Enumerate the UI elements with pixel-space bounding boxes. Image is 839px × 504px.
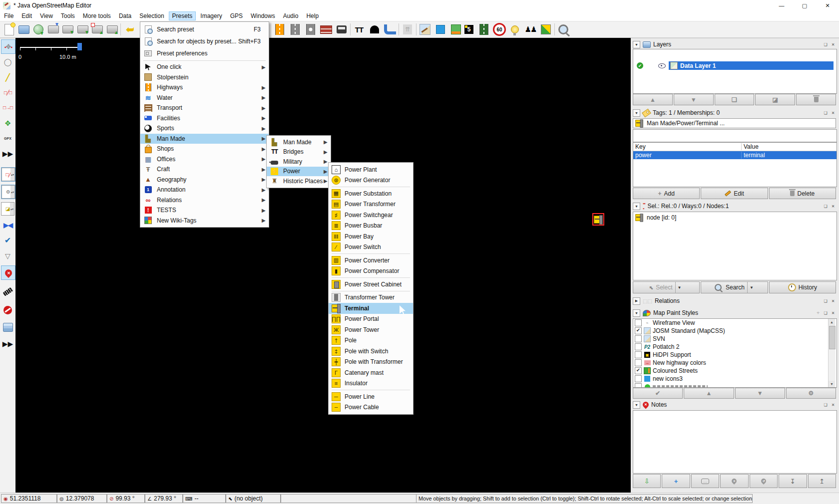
add-tag-button[interactable]: +Add bbox=[633, 188, 700, 199]
submenu-item-historic-places[interactable]: ♜Historic Places▶ bbox=[267, 176, 331, 186]
maximize-button[interactable]: ▢ bbox=[793, 0, 816, 11]
preset-road-button[interactable] bbox=[288, 23, 302, 36]
tags-preset-row[interactable]: Man Made/Power/Terminal ... bbox=[633, 118, 836, 128]
submenu-item-power-portal[interactable]: ∏∏Power Portal▶ bbox=[329, 314, 413, 325]
badge5-style-button[interactable]: 5 bbox=[462, 23, 476, 36]
relations-close-icon[interactable]: ✕ bbox=[830, 298, 836, 304]
mappaint-preference-button[interactable] bbox=[418, 23, 432, 36]
note-tool-button[interactable]: ✕ bbox=[1, 265, 15, 280]
merge-tool-button[interactable]: ▶◀ bbox=[1, 218, 14, 232]
menu-edit[interactable]: Edit bbox=[18, 11, 35, 20]
draw-node-tool-button[interactable]: ╱ bbox=[1, 70, 14, 84]
submenu-item-power-cable[interactable]: ┄Power Cable▶ bbox=[329, 402, 413, 413]
menu-more-tools[interactable]: More tools bbox=[79, 11, 114, 20]
menu-item-new-wiki-tags[interactable]: New Wiki-Tags▶ bbox=[140, 216, 269, 226]
preset-bus-button[interactable] bbox=[335, 23, 349, 36]
mappaint-list[interactable]: ⌁Wireframe View JOSM Standard (MapCSS) S… bbox=[633, 318, 837, 388]
upload-button[interactable] bbox=[105, 23, 119, 36]
tags-close-icon[interactable]: ✕ bbox=[830, 110, 836, 116]
lane-connectivity-button[interactable]: ⇈ bbox=[401, 23, 415, 36]
menu-item-offices[interactable]: ▦Offices▶ bbox=[140, 154, 269, 165]
more-tools-expander-2[interactable]: ▶▶ bbox=[1, 337, 14, 350]
minimize-button[interactable]: — bbox=[770, 0, 793, 11]
checkbox[interactable] bbox=[635, 335, 642, 342]
style-row-new-icons3[interactable]: new icons3 bbox=[633, 375, 837, 383]
submenu-item-power-line[interactable]: ─Power Line▶ bbox=[329, 391, 413, 402]
menu-presets[interactable]: Presets bbox=[169, 11, 196, 20]
restriction-tool-button[interactable] bbox=[1, 303, 14, 317]
download-osm-button[interactable] bbox=[31, 23, 45, 36]
selected-layer[interactable]: Data Layer 1 bbox=[669, 61, 834, 70]
preset-tunnel-button[interactable] bbox=[368, 23, 382, 36]
notes-close-icon[interactable]: ✕ bbox=[830, 402, 836, 408]
selection-dock-icon[interactable]: ❏ bbox=[823, 203, 829, 209]
menu-item-man-made[interactable]: ▙Man Made▶ bbox=[140, 134, 269, 144]
mappaint-close-icon[interactable]: ✕ bbox=[830, 310, 836, 316]
menu-audio[interactable]: Audio bbox=[280, 11, 302, 20]
close-button[interactable]: ✕ bbox=[816, 0, 839, 11]
menu-item-search-objects[interactable]: Search for objects by preset... Shift+F3 bbox=[140, 35, 269, 47]
submenu-item-pole[interactable]: †Pole▶ bbox=[329, 335, 413, 346]
menu-item-search-preset[interactable]: Search preset F3 bbox=[140, 23, 269, 35]
pedestrian-style-button[interactable]: ♟♟ bbox=[523, 23, 537, 36]
layer-duplicate-button[interactable]: ❏ bbox=[715, 94, 755, 105]
submenu-item-power[interactable]: ⚡Power▶ bbox=[267, 167, 331, 177]
submenu-item-power-bay[interactable]: ‖‖Power Bay▶ bbox=[329, 231, 413, 242]
menu-file[interactable]: File bbox=[0, 11, 17, 20]
visibility-eye-icon[interactable] bbox=[658, 63, 666, 68]
menu-item-facilities[interactable]: Facilities▶ bbox=[140, 113, 269, 124]
style-row-potlatch[interactable]: P2Potlatch 2 bbox=[633, 343, 837, 351]
lasso-tool-button[interactable]: ◯ bbox=[1, 55, 14, 68]
imagery-button[interactable] bbox=[433, 23, 447, 36]
submenu-item-power-switch[interactable]: ∕Power Switch▶ bbox=[329, 242, 413, 253]
motorway-style-button[interactable] bbox=[477, 23, 491, 36]
upload-notes-button[interactable]: ↥ bbox=[808, 474, 836, 488]
active-layer-check-icon[interactable]: ✔ bbox=[637, 62, 643, 69]
layer-down-button[interactable]: ▼ bbox=[674, 94, 714, 105]
menu-selection[interactable]: Selection bbox=[136, 11, 167, 20]
save-button[interactable] bbox=[61, 23, 75, 36]
style-row-wireframe[interactable]: ⌁Wireframe View bbox=[633, 319, 837, 327]
submenu-item-power-tower[interactable]: ЖPower Tower▶ bbox=[329, 324, 413, 335]
menu-item-water[interactable]: ≋Water▶ bbox=[140, 93, 269, 103]
search-dropdown-arrow[interactable]: ▼ bbox=[747, 282, 756, 293]
notes-dock-icon[interactable]: ❏ bbox=[823, 402, 829, 408]
edit-tag-button[interactable]: Edit bbox=[701, 188, 768, 199]
open-button[interactable] bbox=[17, 23, 31, 36]
submenu-item-power-busbar[interactable]: ≣Power Busbar▶ bbox=[329, 221, 413, 232]
submenu-item-bridges[interactable]: TTBridges▶ bbox=[267, 147, 331, 157]
style-up-button[interactable]: ▲ bbox=[684, 388, 734, 399]
style-row-svn[interactable]: SVN bbox=[633, 335, 837, 343]
style-row-new-highway[interactable]: →New highway colors bbox=[633, 359, 837, 367]
new-layer-button[interactable] bbox=[2, 23, 16, 36]
more-tools-expander[interactable]: ▶▶ bbox=[1, 147, 14, 160]
menu-item-craft[interactable]: ŦCraft▶ bbox=[140, 164, 269, 175]
tag-row[interactable]: power terminal bbox=[633, 151, 837, 159]
mappaint-dock-icon[interactable]: ❏ bbox=[823, 310, 829, 316]
conflation-toggle-button[interactable]: □╱ bbox=[1, 167, 15, 182]
menu-view[interactable]: View bbox=[36, 11, 56, 20]
submenu-item-power-generator[interactable]: ⊛Power Generator▶ bbox=[329, 175, 413, 186]
menu-item-shops[interactable]: Shops▶ bbox=[140, 144, 269, 154]
reopen-note-button[interactable]: ↺ bbox=[750, 474, 778, 488]
zoom-hand-tool-button[interactable]: ✥ bbox=[1, 116, 14, 130]
submenu-item-transformer-tower[interactable]: Transformer Tower▶ bbox=[329, 292, 413, 303]
undo-button[interactable]: ➥ bbox=[123, 23, 137, 36]
menu-item-preset-preferences[interactable]: Preset preferences bbox=[140, 47, 269, 59]
submenu-item-pole-with-switch[interactable]: ‡Pole with Switch▶ bbox=[329, 346, 413, 357]
new-note-button[interactable]: + bbox=[662, 474, 690, 488]
close-note-button[interactable]: ✕ bbox=[720, 474, 748, 488]
selection-list[interactable]: node [id: 0] bbox=[633, 212, 837, 280]
layers-list[interactable]: ✔ Data Layer 1 bbox=[633, 49, 837, 94]
style-toggle-button[interactable]: ✔ bbox=[633, 388, 683, 399]
preset-bridge-button[interactable]: TT bbox=[352, 23, 366, 36]
style-preferences-button[interactable]: ⚙ bbox=[786, 388, 836, 399]
submenu-item-catenary-mast[interactable]: ΓCatenary mast▶ bbox=[329, 367, 413, 378]
menu-item-stolperstein[interactable]: Stolperstein▶ bbox=[140, 72, 269, 83]
maxspeed-button[interactable]: 60 bbox=[492, 23, 506, 36]
sort-notes-button[interactable]: ↧ bbox=[779, 474, 807, 488]
paint-toggle-button[interactable]: ◪ bbox=[1, 202, 14, 216]
checkbox[interactable] bbox=[635, 375, 642, 382]
submenu-item-man-made[interactable]: ▙Man Made▶ bbox=[267, 137, 331, 147]
scroll-thumb[interactable] bbox=[829, 326, 836, 349]
